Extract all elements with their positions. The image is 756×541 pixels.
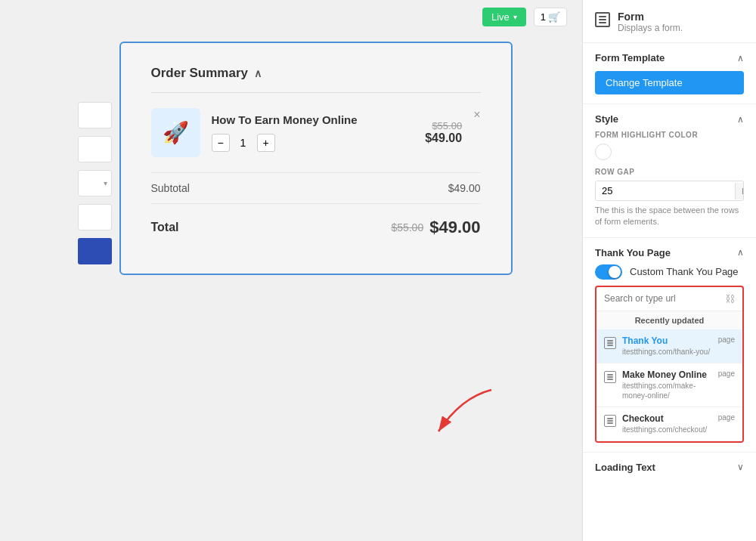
form-icon [595, 12, 610, 27]
url-item-icon-inner-2 [607, 374, 613, 380]
form-icon-line-3 [599, 22, 606, 23]
url-item-icon-inner-1 [607, 340, 613, 346]
row-gap-row: ROW GAP PX The this is the space between… [595, 168, 744, 228]
loading-chevron-icon: ∨ [737, 462, 744, 472]
sidebar-block-2 [78, 136, 112, 162]
form-icon-lines [599, 16, 606, 23]
canvas-area: ▾ Order Summary ∧ 🚀 How To Earn Money On… [0, 34, 582, 541]
order-summary-chevron-icon: ∧ [254, 67, 262, 79]
url-item-badge-1: page [718, 335, 735, 344]
style-section-header[interactable]: Style ∧ [595, 113, 744, 125]
style-section: Style ∧ FORM HIGHLIGHT COLOR ROW GAP PX … [583, 104, 756, 238]
url-item-content-3: Checkout itestthings.com/checkout/ [622, 413, 712, 434]
product-name: How To Earn Money Online [212, 113, 414, 126]
url-item-url-3: itestthings.com/checkout/ [622, 425, 712, 434]
left-sidebar: ▾ [70, 42, 119, 325]
form-icon-line-1 [599, 16, 606, 17]
subtotal-value: $49.00 [448, 182, 481, 194]
custom-thank-you-toggle[interactable] [595, 264, 622, 280]
qty-value: 1 [236, 137, 251, 149]
form-template-chevron-icon: ∧ [737, 53, 744, 63]
top-bar: Live ▾ 1 🛒 [0, 0, 582, 34]
custom-thank-you-label: Custom Thank You Page [630, 266, 739, 277]
form-panel-subtitle: Displays a form. [618, 23, 683, 33]
url-item-thank-you[interactable]: Thank You itestthings.com/thank-you/ pag… [596, 329, 742, 363]
total-row: Total $55.00 $49.00 [151, 204, 481, 251]
total-label: Total [151, 221, 179, 234]
url-icon-line-8 [607, 420, 613, 422]
url-item-icon-2 [604, 371, 616, 383]
total-sale-price: $49.00 [429, 218, 480, 237]
qty-control: − 1 + [212, 134, 414, 152]
product-sale-price: $49.00 [425, 131, 462, 145]
order-summary-title: Order Summary [151, 66, 249, 81]
live-button[interactable]: Live ▾ [482, 8, 526, 26]
form-header-text: Form Displays a form. [618, 11, 683, 33]
url-item-name-2: Make Money Online [622, 369, 712, 380]
loading-text-title: Loading Text [595, 462, 655, 473]
product-image: 🚀 [151, 108, 200, 157]
notification-count: 1 [541, 11, 546, 23]
url-item-badge-3: page [718, 413, 735, 422]
total-price: $55.00 $49.00 [391, 218, 480, 237]
order-form-card: Order Summary ∧ 🚀 How To Earn Money Onli… [119, 42, 513, 275]
url-item-content-1: Thank You itestthings.com/thank-you/ [622, 335, 712, 357]
url-item-badge-2: page [718, 369, 735, 378]
total-original-price: $55.00 [391, 221, 423, 233]
loading-text-section[interactable]: Loading Text ∨ [583, 453, 756, 482]
url-item-make-money[interactable]: Make Money Online itestthings.com/make-m… [596, 363, 742, 407]
subtotal-row: Subtotal $49.00 [151, 173, 481, 204]
url-item-checkout[interactable]: Checkout itestthings.com/checkout/ page [596, 407, 742, 441]
custom-thank-you-toggle-row: Custom Thank You Page [595, 264, 744, 280]
subtotal-label: Subtotal [151, 182, 190, 194]
order-summary-header: Order Summary ∧ [151, 66, 481, 93]
product-info: How To Earn Money Online − 1 + [212, 113, 414, 152]
url-item-name-3: Checkout [622, 413, 712, 424]
thank-you-section-header[interactable]: Thank You Page ∧ [595, 247, 744, 258]
sidebar-block-3 [78, 204, 112, 230]
url-item-icon-1 [604, 337, 616, 349]
thank-you-chevron-icon: ∧ [737, 247, 744, 258]
sidebar-submit-block [78, 238, 112, 264]
qty-increase-button[interactable]: + [257, 134, 275, 152]
url-item-url-2: itestthings.com/make-money-online/ [622, 381, 712, 400]
product-price: $55.00 $49.00 [425, 120, 462, 145]
url-icon-line-5 [607, 376, 613, 378]
recently-updated-label: Recently updated [596, 311, 742, 329]
thank-you-section: Thank You Page ∧ Custom Thank You Page ⛓… [583, 238, 756, 453]
highlight-color-label: FORM HIGHLIGHT COLOR [595, 131, 744, 139]
right-panel: Form Displays a form. Form Template ∧ Ch… [582, 0, 756, 541]
thank-you-section-title: Thank You Page [595, 247, 671, 258]
sidebar-dropdown: ▾ [78, 170, 112, 196]
live-label: Live [491, 11, 510, 23]
url-item-url-1: itestthings.com/thank-you/ [622, 347, 712, 357]
form-icon-line-2 [599, 19, 606, 20]
url-search-input[interactable] [604, 293, 720, 304]
form-template-title: Form Template [595, 52, 665, 63]
url-item-content-2: Make Money Online itestthings.com/make-m… [622, 369, 712, 400]
url-icon-line-4 [607, 374, 613, 376]
qty-decrease-button[interactable]: − [212, 134, 230, 152]
url-icon-line-3 [607, 345, 613, 346]
row-gap-label: ROW GAP [595, 168, 744, 176]
notification-button[interactable]: 1 🛒 [534, 8, 567, 26]
form-template-section-header[interactable]: Form Template ∧ [595, 52, 744, 63]
row-gap-unit: PX [735, 183, 744, 199]
url-icon-line-2 [607, 342, 613, 344]
change-template-button[interactable]: Change Template [595, 71, 744, 94]
row-gap-input[interactable] [596, 181, 735, 200]
url-item-name-1: Thank You [622, 335, 712, 346]
url-item-icon-inner-3 [607, 418, 613, 424]
url-icon-line-1 [607, 340, 613, 342]
style-section-title: Style [595, 113, 618, 125]
highlight-color-picker[interactable] [595, 144, 612, 160]
toggle-knob [609, 266, 621, 278]
url-search-dropdown: ⛓ Recently updated Thank You itestthings… [595, 286, 744, 443]
search-input-row: ⛓ [596, 287, 742, 311]
notification-icon: 🛒 [548, 11, 560, 23]
style-chevron-icon: ∧ [737, 114, 744, 125]
remove-item-button[interactable]: × [473, 108, 480, 122]
form-panel-title: Form [618, 11, 683, 23]
product-original-price: $55.00 [425, 120, 462, 131]
row-gap-input-wrap: PX [595, 181, 744, 201]
